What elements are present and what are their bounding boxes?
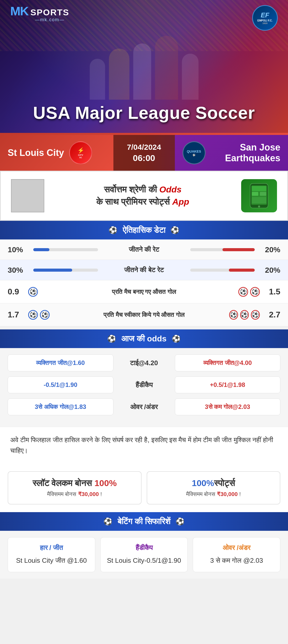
- promo-phone-mockup: [241, 179, 277, 212]
- bonus-slots-sub: मैक्सिमम बोनस ₹30,000 !: [15, 491, 135, 498]
- svg-point-2: [258, 205, 260, 208]
- reco-card-over-under[interactable]: ओवर /अंडर 3 से कम गोल @2.03: [193, 537, 280, 572]
- mk-sports-logo: MK SPORTS —mk.com—: [10, 5, 69, 22]
- betting-reco-row: हार / जीत St Louis City जीत @1.60 हैंडीक…: [8, 537, 280, 572]
- bonus-sports-title: 100%स्पोर्ट्स: [154, 478, 274, 488]
- bonus-sports-sub: मैक्सिमम बोनस ₹30,000 !: [154, 491, 274, 498]
- away-team-logo: QUAKES ⚽: [183, 141, 206, 164]
- home-concede-icons: ⚽ ⚽: [28, 310, 59, 320]
- match-analysis-text: अवे टीम फिलहाल जीत हासिल करने के लिए संघ…: [0, 427, 288, 464]
- under-odds[interactable]: 3से कम गोल@2.03: [175, 398, 281, 415]
- bet-win-rate-label: जीतने की बेट रेट: [103, 266, 185, 274]
- home-win-rate: 10%: [8, 245, 28, 254]
- red-divider: [0, 133, 288, 135]
- home-team-name: St Louis City: [8, 147, 64, 158]
- historical-stats-table: 10% जीतने की रेट 20% 30% जीतने की बेट रे…: [0, 239, 288, 326]
- win-rate-label: जीतने की रेट: [103, 246, 185, 254]
- away-bet-bar: [190, 269, 255, 272]
- home-team-section: St Louis City ⚡ CITY SC: [0, 135, 113, 171]
- odds-row-3: 3से अधिक गोल@1.83 ओवर /अंडर 3से कम गोल@2…: [8, 398, 280, 415]
- promo-text: सर्वोत्तम श्रेणी की Oddsके साथ प्रीमियर …: [52, 183, 233, 208]
- home-team-logo: ⚡ CITY SC: [69, 141, 92, 164]
- reco-card-win-loss[interactable]: हार / जीत St Louis City जीत @1.60: [8, 537, 95, 572]
- away-win-rate: 20%: [260, 245, 280, 254]
- stat-row-avg-conceded: 1.7 ⚽ ⚽ प्रति मैच स्वीकार किये गये औसत ग…: [0, 303, 288, 326]
- away-goal-icons: ⚽ ⚽: [229, 287, 260, 297]
- home-handicap-odds[interactable]: -0.5/1@1.90: [8, 376, 113, 393]
- analysis-content: अवे टीम फिलहाल जीत हासिल करने के लिए संघ…: [10, 436, 273, 454]
- qr-code: [11, 179, 44, 212]
- match-info-bar: St Louis City ⚡ CITY SC 7/04/2024 06:00 …: [0, 135, 288, 171]
- away-handicap-odds[interactable]: +0.5/1@1.98: [175, 376, 281, 393]
- match-time: 06:00: [133, 153, 155, 163]
- ball-icon-8: ⚽: [251, 310, 260, 320]
- ball-icon-7: ⚽: [240, 310, 249, 320]
- home-avg-goals: 0.9: [8, 287, 28, 296]
- home-win-odds[interactable]: व्यक्तिगत जीत@1.60: [8, 354, 113, 371]
- match-center: 7/04/2024 06:00: [113, 135, 175, 171]
- ball-icon-5: ⚽: [40, 310, 50, 320]
- away-bet-rate: 20%: [260, 266, 280, 274]
- empoli-badge: EF EMPOLI F.C. 1920: [252, 5, 278, 31]
- over-under-label: ओवर /अंडर: [119, 403, 170, 411]
- odds-header-text: आज की odds: [121, 334, 166, 343]
- hero-title: USA Major League Soccer: [0, 103, 288, 123]
- soccer-icon-right: ⚽: [170, 226, 179, 234]
- avg-conceded-label: प्रति मैच स्वीकार किये गये औसत गोल: [59, 311, 229, 318]
- soccer-icon-left: ⚽: [109, 226, 118, 234]
- stat-row-win-rate: 10% जीतने की रेट 20%: [0, 239, 288, 260]
- ball-icon-1: ⚽: [28, 287, 38, 297]
- home-win-rate-bar: [33, 248, 98, 251]
- stat-row-bet-win-rate: 30% जीतने की बेट रेट 20%: [0, 260, 288, 280]
- handicap-label: हैंडीकैप: [119, 381, 170, 389]
- mk-logo-mk: MK: [10, 5, 28, 17]
- home-bet-bar: [33, 269, 98, 272]
- mk-sports-text: SPORTS: [30, 8, 69, 17]
- avg-goals-label: प्रति मैच बनाए गए औसत गोल: [59, 288, 229, 295]
- ball-icon-3: ⚽: [250, 287, 260, 297]
- reco-icon-right: ⚽: [176, 517, 185, 526]
- away-concede-icons: ⚽ ⚽ ⚽: [229, 310, 260, 320]
- home-avg-conceded: 1.7: [8, 310, 28, 319]
- ball-icon-2: ⚽: [238, 287, 248, 297]
- svg-rect-4: [252, 192, 258, 196]
- tie-odds-label: टाई@4.20: [119, 359, 170, 367]
- promo-banner[interactable]: सर्वोत्तम श्रेणी की Oddsके साथ प्रीमियर …: [0, 171, 288, 221]
- hero-banner: MK SPORTS —mk.com— EF EMPOLI F.C. 1920 U…: [0, 0, 288, 133]
- odds-section: व्यक्तिगत जीत@1.60 टाई@4.20 व्यक्तिगत जी…: [0, 348, 288, 427]
- svg-rect-3: [252, 186, 266, 191]
- away-team-section: QUAKES ⚽ San Jose Earthquakes: [175, 135, 288, 171]
- empoli-ef: EF: [261, 11, 269, 19]
- match-date: 7/04/2024: [127, 143, 161, 152]
- away-team-name: San Jose Earthquakes: [211, 142, 281, 164]
- over-odds[interactable]: 3से अधिक गोल@1.83: [8, 398, 113, 415]
- svg-rect-5: [260, 192, 266, 196]
- svg-rect-6: [252, 197, 266, 203]
- away-avg-conceded: 2.7: [260, 310, 280, 319]
- away-win-odds[interactable]: व्यक्तिगत जीत@4.00: [175, 354, 281, 371]
- away-win-rate-fill: [222, 248, 255, 251]
- mk-site: —mk.com—: [30, 17, 69, 22]
- reco-type-3: ओवर /अंडर: [198, 544, 275, 552]
- reco-value-3: 3 से कम गोल @2.03: [198, 556, 275, 566]
- reco-value-2: St Louis City-0.5/1@1.90: [106, 556, 183, 566]
- bonus-card-slots[interactable]: स्लॉट वेलकम बोनस 100% मैक्सिमम बोनस ₹30,…: [8, 471, 142, 504]
- betting-reco-header: ⚽ बेटिंग की सिफारिशें ⚽: [0, 512, 288, 531]
- betting-reco-section: हार / जीत St Louis City जीत @1.60 हैंडीक…: [0, 531, 288, 579]
- stat-row-avg-goals: 0.9 ⚽ प्रति मैच बनाए गए औसत गोल ⚽ ⚽ 1.5: [0, 280, 288, 303]
- home-bet-rate: 30%: [8, 266, 28, 274]
- away-win-rate-bar: [190, 248, 255, 251]
- home-win-rate-fill: [33, 248, 49, 251]
- reco-type-2: हैंडीकैप: [106, 544, 183, 552]
- empoli-label: EMPOLI F.C.: [258, 19, 273, 22]
- quakes-label: QUAKES: [187, 150, 201, 153]
- reco-card-handicap[interactable]: हैंडीकैप St Louis City-0.5/1@1.90: [100, 537, 188, 572]
- odds-icon-right: ⚽: [172, 335, 181, 343]
- odds-icon-left: ⚽: [107, 335, 116, 343]
- reco-icon-left: ⚽: [103, 517, 112, 526]
- reco-type-1: हार / जीत: [13, 544, 90, 552]
- ball-icon-6: ⚽: [229, 310, 238, 320]
- odds-header: ⚽ आज की odds ⚽: [0, 329, 288, 348]
- away-bet-fill: [229, 269, 255, 272]
- bonus-card-sports[interactable]: 100%स्पोर्ट्स मैक्सिमम बोनस ₹30,000 !: [147, 471, 281, 504]
